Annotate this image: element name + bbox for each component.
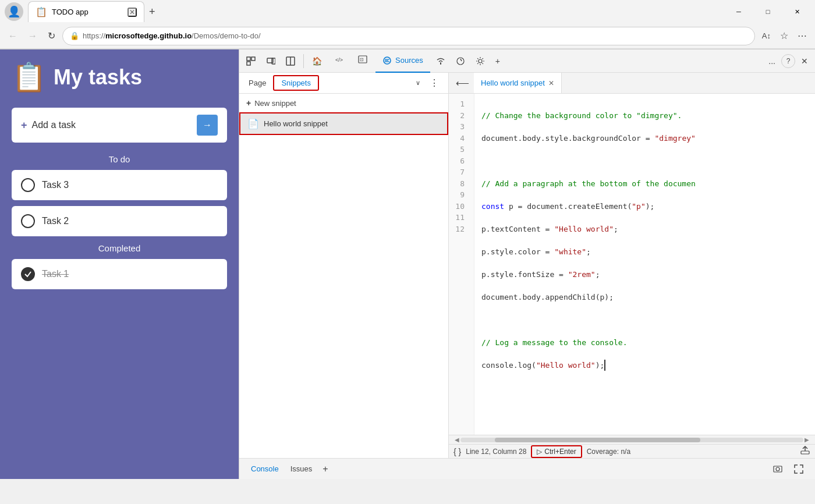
screenshot-button[interactable] (768, 461, 787, 477)
line-numbers: 123456 789101112 (449, 94, 474, 435)
minimize-button[interactable]: ─ (725, 2, 752, 21)
editor-active-tab[interactable]: Hello world snippet ✕ (474, 73, 562, 93)
sources-snippets-tab[interactable]: Snippets (273, 75, 319, 91)
bottom-bar-right-icons (768, 461, 808, 477)
sources-page-tab[interactable]: Page (244, 76, 271, 90)
code-editor: ⟵ Hello world snippet ✕ 123456 789101112… (449, 73, 815, 458)
svg-point-16 (479, 59, 482, 63)
sources-container: Page Snippets ∨ ⋮ + New snippet 📄 Hello … (239, 73, 815, 458)
window-controls: ─ □ ✕ (725, 2, 810, 21)
back-button[interactable]: ← (5, 27, 21, 45)
new-snippet-label: New snippet (254, 99, 296, 108)
url-path: /Demos/demo-to-do/ (192, 31, 261, 40)
toolbar-divider (303, 54, 304, 68)
task-label: Task 2 (42, 216, 69, 226)
editor-tab-close-button[interactable]: ✕ (548, 79, 554, 87)
svg-line-15 (460, 59, 462, 61)
tab-elements[interactable]: </> (328, 49, 350, 73)
add-tool-button[interactable]: + (491, 53, 505, 69)
settings-icon-button[interactable] (471, 53, 490, 69)
title-bar: 👤 📋 TODO app ✕ + ─ □ ✕ (0, 0, 815, 23)
scroll-track[interactable] (460, 438, 803, 442)
svg-rect-1 (251, 57, 255, 61)
home-button[interactable]: 🏠 (307, 53, 327, 69)
snippet-item[interactable]: 📄 Hello world snippet (239, 112, 448, 135)
task-checkbox[interactable] (21, 214, 35, 228)
code-line-2: document.body.style.backgroundColor = "d… (481, 133, 808, 144)
sources-more-button[interactable]: ⋮ (425, 75, 444, 91)
browser-tab[interactable]: 📋 TODO app ✕ (28, 1, 144, 22)
inspect-element-button[interactable] (242, 53, 260, 69)
tab-sources[interactable]: Sources (375, 49, 430, 73)
issues-tab-button[interactable]: Issues (286, 462, 317, 475)
devtools-help-button[interactable]: ? (781, 54, 795, 68)
svg-rect-0 (247, 57, 250, 61)
todo-app-icon: 📋 (12, 61, 47, 94)
run-icon: ▷ (537, 448, 542, 456)
svg-text:⊡: ⊡ (360, 57, 364, 62)
new-snippet-row[interactable]: + New snippet (239, 94, 448, 112)
coverage-label: Coverage: n/a (587, 448, 630, 456)
code-line-3 (481, 155, 808, 167)
devtools-more-button[interactable]: ... (764, 53, 780, 69)
devtools-close-button[interactable]: ✕ (796, 53, 813, 69)
code-content: 123456 789101112 // Change the backgroun… (449, 94, 815, 435)
code-line-1: // Change the background color to "dimgr… (481, 110, 808, 122)
bottom-tab-bar: Console Issues + (239, 458, 815, 479)
task-checkbox[interactable] (21, 178, 35, 192)
tab-close-button[interactable]: ✕ (127, 8, 137, 17)
code-line-12: console.log("Hello world"); (481, 360, 808, 371)
task-item[interactable]: Task 2 (12, 206, 227, 236)
task-item[interactable]: Task 3 (12, 170, 227, 200)
wifi-icon-button[interactable] (431, 54, 450, 69)
devtools-toolbar-right: ... ? ✕ (764, 53, 813, 69)
add-panel-button[interactable]: + (319, 462, 331, 477)
device-toolbar-button[interactable] (261, 53, 280, 69)
scroll-left-button[interactable]: ◀ (453, 435, 460, 444)
horizontal-scrollbar[interactable]: ◀ ▶ (449, 435, 815, 444)
main-content: 📋 My tasks + Add a task → To do Task 3 T… (0, 49, 815, 479)
console-tab-button[interactable]: Console (246, 462, 284, 475)
scroll-thumb[interactable] (495, 438, 700, 442)
todo-panel: 📋 My tasks + Add a task → To do Task 3 T… (0, 49, 239, 479)
expand-button[interactable] (789, 461, 808, 477)
address-text: https://microsoftedge.github.io/Demos/de… (83, 31, 261, 40)
code-line-4: // Add a paragraph at the bottom of the … (481, 178, 808, 190)
favorites-button[interactable]: ☆ (777, 27, 792, 45)
run-label: Ctrl+Enter (544, 448, 576, 456)
code-line-7: p.style.color = "white"; (481, 246, 808, 258)
editor-sidebar-toggle[interactable]: ⟵ (451, 75, 474, 91)
reload-button[interactable]: ↻ (44, 27, 59, 45)
url-domain: microsoftedge.github.io (105, 31, 192, 40)
svg-rect-2 (247, 62, 250, 65)
run-snippet-button[interactable]: ▷ Ctrl+Enter (531, 445, 582, 458)
devtools-toolbar: 🏠 </> ⊡ Sources + ... (239, 49, 815, 73)
close-button[interactable]: ✕ (784, 2, 810, 21)
svg-text:</>: </> (335, 57, 343, 63)
snippet-file-icon: 📄 (247, 118, 259, 129)
performance-icon-button[interactable] (451, 53, 470, 69)
status-bar: { } Line 12, Column 28 ▷ Ctrl+Enter Cove… (449, 444, 815, 458)
scroll-right-button[interactable]: ▶ (803, 435, 810, 444)
reader-mode-button[interactable]: A↕ (759, 27, 774, 45)
new-tab-button[interactable]: + (144, 3, 160, 20)
code-line-8: p.style.fontSize = "2rem"; (481, 269, 808, 281)
nav-extra-buttons: A↕ ☆ ⋯ (759, 27, 810, 45)
task-checkbox-done[interactable] (21, 267, 35, 281)
task-item-completed[interactable]: Task 1 (12, 259, 227, 289)
forward-button[interactable]: → (24, 27, 41, 45)
code-line-6: p.textContent = "Hello world"; (481, 223, 808, 235)
more-button[interactable]: ⋯ (794, 27, 810, 45)
sources-chevron-button[interactable]: ∨ (413, 77, 423, 89)
panel-layout-button[interactable] (281, 53, 300, 69)
address-bar[interactable]: 🔒 https://microsoftedge.github.io/Demos/… (62, 27, 755, 45)
maximize-button[interactable]: □ (754, 2, 781, 21)
url-protocol: https:// (83, 31, 105, 40)
editor-tab-name: Hello world snippet (481, 79, 545, 87)
code-text[interactable]: // Change the background color to "dimgr… (474, 94, 815, 435)
cursor-position: Line 12, Column 28 (466, 448, 526, 456)
new-snippet-plus-icon: + (246, 98, 251, 108)
add-task-arrow-button[interactable]: → (197, 115, 218, 136)
tab-console[interactable]: ⊡ (351, 49, 374, 73)
add-task-row[interactable]: + Add a task → (12, 108, 227, 143)
